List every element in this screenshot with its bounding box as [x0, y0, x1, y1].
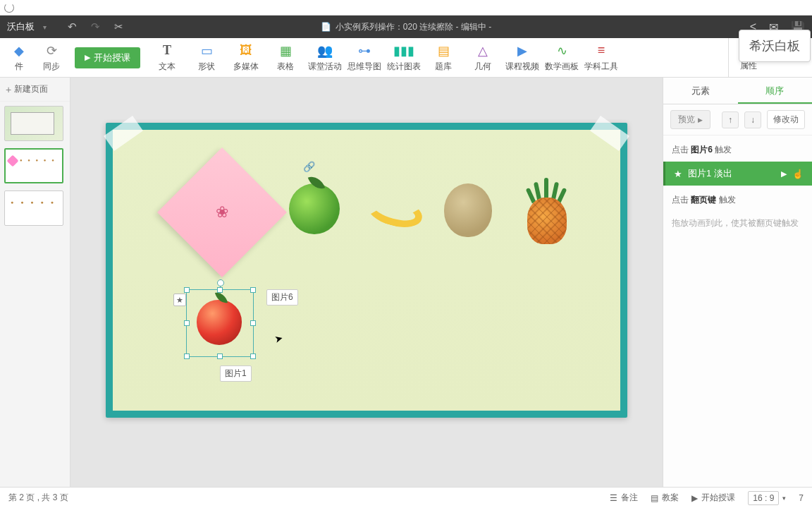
- banana-image[interactable]: [367, 183, 423, 240]
- play-icon[interactable]: ▶: [781, 169, 787, 179]
- text-tool[interactable]: T文本: [149, 40, 185, 75]
- flower-icon: ❀: [216, 203, 228, 222]
- star-badge[interactable]: ★: [173, 294, 186, 306]
- fruit-row: [289, 183, 578, 240]
- aspect-ratio[interactable]: 16 : 9▾: [748, 491, 786, 505]
- app-name: 沃白板: [7, 20, 35, 33]
- redo-icon[interactable]: ↷: [91, 20, 100, 33]
- cut-icon[interactable]: ✂: [114, 20, 123, 33]
- trigger-label-1: 点击 图片6 触发: [663, 135, 812, 162]
- shape-tool[interactable]: ▭形状: [188, 40, 225, 75]
- slide-thumbnail-pane: + 新建页面: [0, 78, 70, 487]
- document-title-text: 小实例系列操作：020 连续擦除 - 编辑中 -: [336, 21, 491, 33]
- trigger-label-2: 点击 翻页键 触发: [663, 186, 812, 212]
- remark-button[interactable]: ☰备注: [610, 492, 638, 504]
- table-tool[interactable]: ▦表格: [267, 40, 304, 75]
- start-present-button[interactable]: ▶开始授课: [691, 492, 735, 504]
- move-down-button[interactable]: ↓: [744, 111, 761, 128]
- geometry-tool[interactable]: △几何: [465, 40, 501, 75]
- sync-button[interactable]: ⟳ 同步: [37, 40, 66, 75]
- slide-thumb-1[interactable]: [4, 106, 63, 141]
- plugin-button[interactable]: ◆ 件: [4, 40, 34, 75]
- tab-order[interactable]: 顺序: [738, 78, 813, 104]
- selected-object[interactable]: ★: [186, 289, 254, 357]
- play-icon: ▶: [698, 116, 703, 123]
- video-tool[interactable]: ▶课程视频: [504, 40, 541, 75]
- resize-handle[interactable]: [217, 287, 223, 293]
- green-apple-image[interactable]: [289, 183, 345, 240]
- reload-icon[interactable]: [4, 3, 14, 13]
- resize-handle[interactable]: [184, 320, 190, 326]
- drop-hint: 拖放动画到此，使其被翻页键触发: [663, 212, 812, 239]
- sync-label: 同步: [43, 61, 60, 73]
- doc-icon: ▤: [651, 493, 658, 503]
- move-up-button[interactable]: ↑: [722, 111, 739, 128]
- animation-toolbar: 预览 ▶ ↑ ↓ 修改动: [663, 104, 812, 135]
- right-panel-tabs: 元素 顺序: [663, 78, 812, 104]
- plus-icon: +: [6, 84, 11, 95]
- object-label-6: 图片6: [266, 289, 298, 306]
- resize-handle[interactable]: [250, 287, 256, 293]
- resize-handle[interactable]: [184, 287, 190, 293]
- object-label-1: 图片1: [220, 365, 252, 382]
- hand-icon[interactable]: ☝: [792, 169, 804, 179]
- animation-item[interactable]: ★ 图片1 淡出 ▶ ☝: [663, 162, 812, 186]
- slide-thumb-2[interactable]: [4, 148, 63, 183]
- zoom-value: 7: [799, 493, 804, 503]
- tab-elements[interactable]: 元素: [663, 78, 738, 104]
- start-class-button[interactable]: 开始授课: [75, 47, 140, 68]
- status-bar: 第 2 页 , 共 3 页 ☰备注 ▤教案 ▶开始授课 16 : 9▾ 7: [0, 487, 812, 508]
- question-bank-tool[interactable]: ▤题库: [425, 40, 462, 75]
- plugin-label: 件: [15, 61, 23, 73]
- animation-item-label: 图片1 淡出: [688, 167, 732, 180]
- play-icon: ▶: [691, 493, 698, 503]
- math-board-tool[interactable]: ∿数学画板: [543, 40, 580, 75]
- kiwi-image[interactable]: [444, 183, 500, 240]
- star-icon: ★: [674, 169, 682, 179]
- main-toolbar: ◆ 件 ⟳ 同步 开始授课 T文本 ▭形状 🖼多媒体 ▦表格 👥课堂活动 ⊶思维…: [0, 38, 812, 78]
- red-apple-image[interactable]: [197, 300, 242, 345]
- document-title: 📄 小实例系列操作：020 连续擦除 - 编辑中 -: [321, 21, 491, 33]
- resize-handle[interactable]: [217, 353, 223, 359]
- slide-canvas[interactable]: 🔗 ❀ ★: [106, 123, 627, 418]
- page-indicator: 第 2 页 , 共 3 页: [8, 492, 68, 504]
- link-icon[interactable]: 🔗: [303, 161, 315, 172]
- selection-bounds[interactable]: [186, 289, 254, 357]
- undo-icon[interactable]: ↶: [68, 20, 77, 33]
- rotate-handle[interactable]: [217, 279, 224, 286]
- file-icon: 📄: [321, 22, 331, 32]
- edit-animation-button[interactable]: 修改动: [767, 110, 805, 129]
- subject-tool[interactable]: ≡学科工具: [583, 40, 620, 75]
- title-bar: 沃白板 ▾ ↶ ↷ ✂ 📄 小实例系列操作：020 连续擦除 - 编辑中 - <…: [0, 16, 812, 38]
- media-tool[interactable]: 🖼多媒体: [228, 40, 264, 75]
- cursor-icon: ➤: [273, 332, 285, 346]
- pineapple-image[interactable]: [522, 183, 578, 240]
- preview-button[interactable]: 预览 ▶: [670, 110, 710, 129]
- tape-decoration: [590, 116, 629, 151]
- browser-address-bar: [0, 0, 812, 16]
- plan-button[interactable]: ▤教案: [651, 492, 679, 504]
- activity-tool[interactable]: 👥课堂活动: [307, 40, 343, 75]
- canvas-area[interactable]: 🔗 ❀ ★: [70, 78, 663, 487]
- new-page-label: 新建页面: [14, 83, 48, 95]
- new-page-button[interactable]: + 新建页面: [0, 78, 70, 102]
- slide-thumb-3[interactable]: [4, 190, 63, 226]
- tape-decoration: [104, 116, 143, 151]
- start-class-label: 开始授课: [94, 52, 130, 64]
- chevron-down-icon[interactable]: ▾: [43, 23, 47, 31]
- right-panel: 元素 顺序 预览 ▶ ↑ ↓ 修改动 点击 图片6 触发 ★ 图片1 淡出 ▶ …: [663, 78, 812, 487]
- pink-card-image[interactable]: ❀: [157, 147, 287, 277]
- list-icon: ☰: [610, 493, 617, 503]
- chart-tool[interactable]: ▮▮▮统计图表: [386, 40, 422, 75]
- resize-handle[interactable]: [184, 353, 190, 359]
- mindmap-tool[interactable]: ⊶思维导图: [346, 40, 383, 75]
- resize-handle[interactable]: [250, 320, 256, 326]
- resize-handle[interactable]: [250, 353, 256, 359]
- app-tooltip: 希沃白板: [739, 30, 811, 62]
